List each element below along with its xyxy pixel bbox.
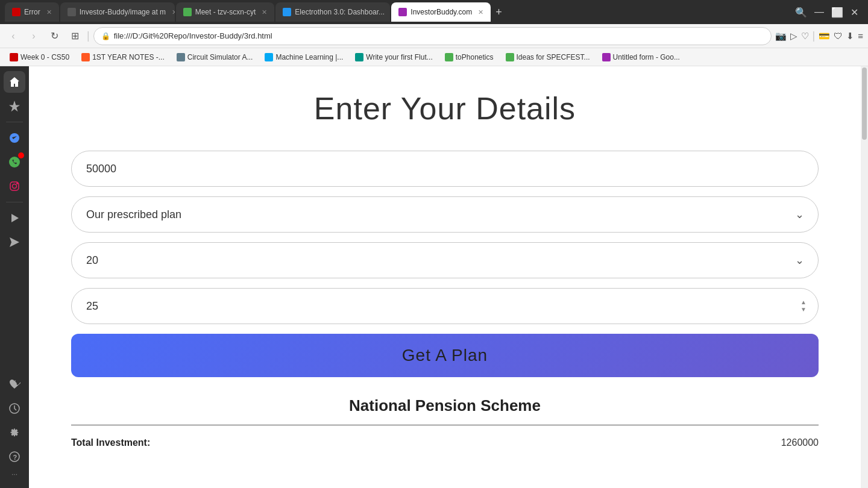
screenshot-icon[interactable]: 📷 xyxy=(775,31,787,42)
bookmark-favicon-cs50 xyxy=(10,53,18,61)
forward-button[interactable]: › xyxy=(25,28,42,45)
bookmark-label-cs50: Week 0 - CS50 xyxy=(20,53,69,61)
address-text[interactable]: file:///D:/Git%20Repo/Investor-Buddy/3rd… xyxy=(114,31,764,40)
wallet-icon[interactable]: 💳 xyxy=(819,31,830,42)
bookmark-favicon-notes xyxy=(81,53,90,61)
favorites-icon[interactable]: ♡ xyxy=(801,31,809,42)
bookmark-form[interactable]: Untitled form - Goo... xyxy=(597,52,685,63)
minimize-button[interactable]: — xyxy=(814,7,824,17)
tab-label-github: Investor-Buddy/image at m xyxy=(80,8,166,16)
sidebar-more-icon[interactable]: ··· xyxy=(11,470,17,478)
sidebar-home-icon[interactable] xyxy=(4,71,25,93)
age-spin-up-icon[interactable]: ▲ xyxy=(800,299,807,306)
scrollbar-thumb[interactable] xyxy=(862,67,867,140)
sidebar-divider-1 xyxy=(6,122,23,122)
grid-view-button[interactable]: ⊞ xyxy=(66,28,83,45)
bookmark-label-flutter: Write your first Flut... xyxy=(366,53,432,61)
tab-close-investorbuddy[interactable]: ✕ xyxy=(478,8,483,16)
bookmark-label-specfest: Ideas for SPECFEST... xyxy=(517,53,590,61)
age-spinner: ▲ ▼ xyxy=(800,299,807,313)
sidebar-clock-icon[interactable] xyxy=(4,398,25,419)
address-bar[interactable]: 🔒 file:///D:/Git%20Repo/Investor-Buddy/3… xyxy=(93,27,772,45)
scheme-title: National Pension Scheme xyxy=(71,396,819,415)
maximize-button[interactable]: ⬜ xyxy=(831,7,843,18)
get-plan-button[interactable]: Get A Plan xyxy=(71,334,819,377)
browser-main: ? ··· Enter Your Details Our prescribed … xyxy=(0,66,868,488)
divider-icon: | xyxy=(87,30,90,42)
tab-error[interactable]: Error ✕ xyxy=(5,2,59,22)
bookmark-favicon-flutter xyxy=(355,53,363,61)
bookmark-label-phonetics: toPhonetics xyxy=(456,53,494,61)
amount-input[interactable] xyxy=(71,151,819,187)
age-input[interactable] xyxy=(71,288,819,324)
lock-icon: 🔒 xyxy=(101,32,110,40)
sidebar-instagram-icon[interactable] xyxy=(4,175,25,197)
tab-favicon-meet xyxy=(183,8,192,16)
bookmark-favicon-phonetics xyxy=(445,53,453,61)
tab-close-meet[interactable]: ✕ xyxy=(262,8,267,16)
page-title: Enter Your Details xyxy=(71,90,819,127)
sidebar-star-icon[interactable] xyxy=(4,95,25,117)
tab-close-github[interactable]: ✕ xyxy=(172,8,175,16)
bookmark-notes[interactable]: 1ST YEAR NOTES -... xyxy=(77,52,169,63)
shield-icon[interactable]: 🛡 xyxy=(834,31,843,41)
svg-text:?: ? xyxy=(13,454,17,461)
age-input-wrapper: ▲ ▼ xyxy=(71,288,819,324)
sidebar-heart-icon[interactable] xyxy=(4,374,25,395)
tab-label-error: Error xyxy=(24,8,40,16)
sidebar-send-icon[interactable] xyxy=(4,231,25,253)
toolbar-divider: | xyxy=(813,30,816,42)
bookmark-flutter[interactable]: Write your first Flut... xyxy=(350,52,437,63)
sidebar-help-icon[interactable]: ? xyxy=(4,446,25,468)
tab-favicon-investorbuddy xyxy=(398,8,407,16)
download-icon[interactable]: ⬇ xyxy=(846,31,854,42)
sidebar-settings-icon[interactable] xyxy=(4,422,25,443)
duration-select-wrapper: 10 20 30 ⌄ xyxy=(71,242,819,278)
play-icon[interactable]: ▷ xyxy=(790,31,797,42)
duration-select[interactable]: 10 20 30 xyxy=(71,242,819,278)
close-button[interactable]: ✕ xyxy=(851,7,858,18)
bookmark-favicon-form xyxy=(602,53,611,61)
bookmark-label-form: Untitled form - Goo... xyxy=(613,53,680,61)
svg-point-1 xyxy=(9,157,20,167)
browser-content: Enter Your Details Our prescribed plan C… xyxy=(29,66,868,488)
tab-label-meet: Meet - tzv-scxn-cyt xyxy=(195,8,256,16)
bookmark-label-circuit: Circuit Simulator A... xyxy=(187,53,253,61)
total-investment-label: Total Investment: xyxy=(71,437,150,448)
sidebar-play-icon[interactable] xyxy=(4,207,25,229)
window-controls: 🔍 — ⬜ ✕ xyxy=(790,7,863,18)
plan-select[interactable]: Our prescribed plan Custom plan xyxy=(71,196,819,233)
bookmark-phonetics[interactable]: toPhonetics xyxy=(440,52,498,63)
title-bar: Error ✕ Investor-Buddy/image at m ✕ Meet… xyxy=(0,0,868,24)
svg-point-4 xyxy=(17,183,18,184)
bookmark-label-notes: 1ST YEAR NOTES -... xyxy=(92,53,165,61)
tab-github[interactable]: Investor-Buddy/image at m ✕ xyxy=(60,2,175,22)
reload-button[interactable]: ↻ xyxy=(46,28,63,45)
sidebar-messenger-icon[interactable] xyxy=(4,127,25,149)
whatsapp-badge xyxy=(18,152,24,158)
total-investment-row: Total Investment: 1260000 xyxy=(71,435,819,451)
results-divider xyxy=(71,425,819,425)
tab-electrothon[interactable]: Electrothon 3.0: Dashboar... ✕ xyxy=(275,2,390,22)
sidebar-whatsapp-icon[interactable] xyxy=(4,151,25,173)
search-icon[interactable]: 🔍 xyxy=(795,7,807,18)
tab-investorbuddy[interactable]: InvestorBuddy.com ✕ xyxy=(391,2,491,22)
menu-icon[interactable]: ≡ xyxy=(858,31,863,41)
bookmark-favicon-ml xyxy=(265,53,273,61)
svg-marker-6 xyxy=(10,237,19,247)
bookmark-specfest[interactable]: Ideas for SPECFEST... xyxy=(501,52,595,63)
plan-select-wrapper: Our prescribed plan Custom plan ⌄ xyxy=(71,196,819,233)
scrollbar-track xyxy=(861,66,868,488)
new-tab-button[interactable]: + xyxy=(492,6,506,19)
tab-close-error[interactable]: ✕ xyxy=(46,8,52,16)
form-container: Enter Your Details Our prescribed plan C… xyxy=(71,90,819,451)
tab-meet[interactable]: Meet - tzv-scxn-cyt ✕ xyxy=(176,2,275,22)
bookmark-circuit[interactable]: Circuit Simulator A... xyxy=(172,52,258,63)
tab-favicon-github xyxy=(68,8,76,16)
bookmark-ml[interactable]: Machine Learning |... xyxy=(260,52,348,63)
toolbar: ‹ › ↻ ⊞ | 🔒 file:///D:/Git%20Repo/Invest… xyxy=(0,24,868,48)
bookmark-cs50[interactable]: Week 0 - CS50 xyxy=(5,52,74,63)
tab-favicon-electrothon xyxy=(283,8,291,16)
age-spin-down-icon[interactable]: ▼ xyxy=(800,306,807,313)
back-button[interactable]: ‹ xyxy=(5,28,22,45)
